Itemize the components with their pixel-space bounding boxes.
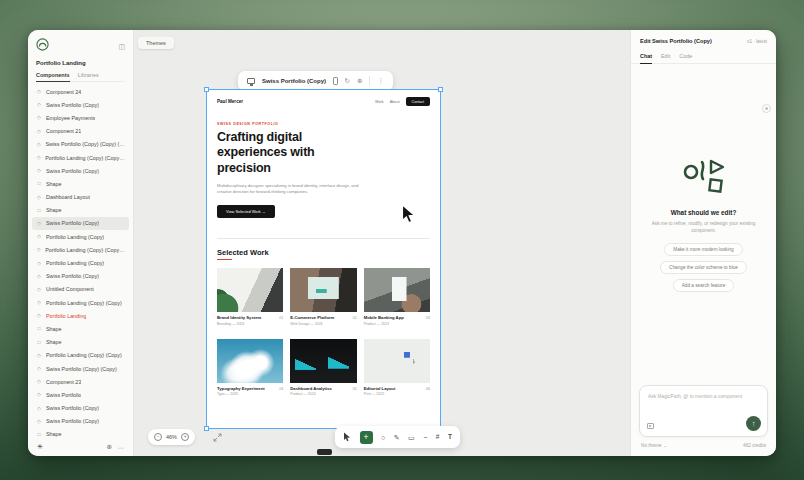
- shape-icon: [36, 208, 42, 213]
- sidebar-item[interactable]: Swiss Portfolio (Copy) (Copy) (Copy): [32, 138, 129, 151]
- divider: [369, 76, 370, 86]
- project-meta: Product — 2024: [290, 392, 356, 396]
- sidebar-item[interactable]: Component 24: [32, 85, 129, 98]
- design-frame[interactable]: Paul Mercer Work About Contact SWISS DES…: [207, 90, 440, 428]
- sidebar-item[interactable]: Swiss Portfolio (Copy): [32, 217, 129, 230]
- sidebar-item[interactable]: Swiss Portfolio (Copy): [32, 402, 129, 415]
- panel-tab[interactable]: Code: [679, 53, 692, 63]
- spark-icon[interactable]: ✳: [37, 443, 43, 451]
- sidebar-item[interactable]: Shape: [32, 336, 129, 349]
- suggestion-pill[interactable]: Make it more modern looking: [664, 243, 742, 256]
- project-card: Editorial Layout 06 Print — 2022: [364, 339, 430, 397]
- component-icon: [36, 155, 41, 160]
- app-window: ◫ Portfolio Landing ComponentsLibraries …: [28, 30, 776, 456]
- suggestion-pill[interactable]: Add a search feature: [673, 279, 735, 292]
- project-title: Mobile Banking App: [364, 315, 404, 320]
- sidebar-tab[interactable]: Libraries: [78, 72, 99, 81]
- chat-input-box[interactable]: Ask MagicPath, @ to mention a component …: [639, 385, 768, 437]
- attach-image-icon[interactable]: [647, 423, 654, 429]
- mouse-cursor: [401, 204, 417, 229]
- sidebar-item[interactable]: Swiss Portfolio (Copy) (Copy): [32, 362, 129, 375]
- sidebar-item-label: Component 24: [46, 89, 81, 95]
- project-thumbnail: [217, 268, 283, 312]
- sidebar-item[interactable]: Swiss Portfolio (Copy): [32, 270, 129, 283]
- project-card: Brand Identity System 01 Branding — 2024: [217, 268, 283, 326]
- zoom-out-icon[interactable]: −: [154, 433, 162, 441]
- resize-handle[interactable]: [204, 87, 209, 92]
- more-vertical-icon[interactable]: ⋮: [377, 78, 384, 85]
- collapse-sidebar-icon[interactable]: ◫: [118, 43, 125, 50]
- sidebar-item-label: Shape: [46, 207, 62, 213]
- sidebar-item[interactable]: Employee Payments: [32, 111, 129, 124]
- phone-icon[interactable]: [333, 77, 338, 85]
- sidebar-item[interactable]: Portfolio Landing (Copy): [32, 256, 129, 269]
- edit-panel: Edit Swiss Portfolio (Copy) v1 · latest …: [630, 30, 776, 456]
- sidebar-item-label: Swiss Portfolio (Copy): [46, 102, 99, 108]
- cursor-tool-icon[interactable]: [343, 432, 351, 442]
- sidebar-item[interactable]: Shape: [32, 204, 129, 217]
- sidebar-item[interactable]: Swiss Portfolio (Copy): [32, 415, 129, 428]
- sidebar-item[interactable]: Untitled Component: [32, 283, 129, 296]
- theme-selector[interactable]: No theme⌄: [641, 443, 667, 448]
- sidebar-item[interactable]: Portfolio Landing (Copy) (Copy): [32, 296, 129, 309]
- component-icon: [36, 392, 42, 397]
- version-badge[interactable]: v1 · latest: [747, 39, 767, 44]
- component-icon: [36, 195, 42, 200]
- sidebar-item[interactable]: Component 23: [32, 375, 129, 388]
- sidebar-item[interactable]: Swiss Portfolio: [32, 388, 129, 401]
- project-thumbnail: [290, 339, 356, 383]
- sidebar-item-label: Portfolio Landing (Copy) (Copy) (Copy): [45, 155, 125, 161]
- panel-tab[interactable]: Chat: [640, 53, 652, 64]
- themes-button[interactable]: Themes: [138, 37, 174, 49]
- sidebar-tabs: ComponentsLibraries: [36, 72, 125, 82]
- insert-tool-icon[interactable]: +: [360, 431, 373, 444]
- resize-handle[interactable]: [204, 426, 209, 431]
- sidebar-item[interactable]: Portfolio Landing (Copy) (Copy): [32, 349, 129, 362]
- shape-tool-icon[interactable]: [381, 434, 385, 441]
- sidebar-item[interactable]: Shape: [32, 177, 129, 190]
- send-button[interactable]: ↑: [746, 416, 761, 431]
- panel-tab[interactable]: Edit: [661, 53, 670, 63]
- text-tool-icon[interactable]: [448, 434, 452, 441]
- project-meta: Branding — 2024: [217, 322, 283, 326]
- fit-view-icon[interactable]: [211, 431, 223, 443]
- globe-icon[interactable]: ⊕: [357, 78, 362, 85]
- nav-cta-button: Contact: [406, 97, 430, 106]
- sidebar-tab[interactable]: Components: [36, 72, 70, 82]
- sidebar-item[interactable]: Swiss Portfolio (Copy): [32, 98, 129, 111]
- more-icon[interactable]: ⋯: [118, 444, 124, 451]
- sidebar-item[interactable]: Component 21: [32, 125, 129, 138]
- sidebar-item-label: Swiss Portfolio (Copy) (Copy): [46, 366, 117, 372]
- project-title: Editorial Layout: [364, 386, 396, 391]
- sidebar-item[interactable]: Dashboard Layout: [32, 191, 129, 204]
- frame-tool-icon[interactable]: [436, 434, 440, 441]
- panel-toggle-icon[interactable]: [762, 104, 771, 113]
- sidebar-item[interactable]: Shape: [32, 322, 129, 335]
- suggestion-pill[interactable]: Change the color scheme to blue: [660, 261, 747, 274]
- chevron-down-icon: ⌄: [663, 443, 667, 448]
- sidebar-item[interactable]: Swiss Portfolio (Copy): [32, 164, 129, 177]
- line-tool-icon[interactable]: [423, 434, 427, 441]
- zoom-controls: − 46% +: [148, 429, 195, 445]
- empty-state-heading: What should we edit?: [671, 209, 737, 216]
- project-meta: Web Design — 2024: [290, 322, 356, 326]
- component-icon: [36, 313, 42, 318]
- sidebar-item[interactable]: Portfolio Landing (Copy): [32, 230, 129, 243]
- rectangle-tool-icon[interactable]: [408, 434, 415, 441]
- nav-link: About: [390, 100, 400, 104]
- refresh-icon[interactable]: ↻: [345, 78, 350, 85]
- sidebar-item[interactable]: Shape: [32, 428, 129, 438]
- pencil-tool-icon[interactable]: [394, 434, 400, 441]
- zoom-level[interactable]: 46%: [166, 434, 177, 440]
- resize-handle[interactable]: [438, 87, 443, 92]
- project-number: 03: [426, 316, 430, 320]
- sidebar-item-label: Swiss Portfolio (Copy): [46, 405, 99, 411]
- canvas[interactable]: Themes Swiss Portfolio (Copy) ↻ ⊕ ⋮ Paul…: [134, 30, 630, 456]
- sidebar-item[interactable]: Portfolio Landing: [32, 309, 129, 322]
- chat-input-placeholder[interactable]: Ask MagicPath, @ to mention a component: [640, 386, 767, 407]
- zoom-in-icon[interactable]: +: [181, 433, 189, 441]
- sidebar-item[interactable]: Portfolio Landing (Copy) (Copy) (Copy): [32, 243, 129, 256]
- sidebar-item[interactable]: Portfolio Landing (Copy) (Copy) (Copy): [32, 151, 129, 164]
- desktop-icon[interactable]: [247, 78, 255, 84]
- globe-icon[interactable]: ⊕: [107, 443, 112, 451]
